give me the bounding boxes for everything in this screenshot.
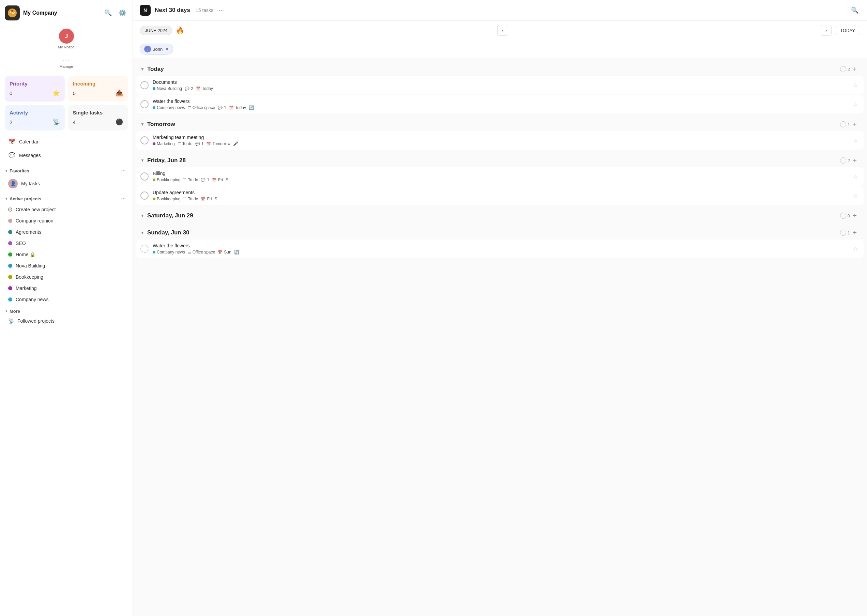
task-checkbox[interactable] (140, 192, 149, 200)
day-count: 2 (840, 66, 850, 72)
more-chevron[interactable]: ▾ (5, 309, 8, 313)
task-comments-tag: 💬 1 (195, 141, 204, 146)
task-star-button[interactable]: ☆ (851, 192, 859, 200)
activity-card[interactable]: Activity 2 📡 (5, 105, 65, 130)
task-name: Update agreements (153, 190, 847, 195)
task-star-button[interactable]: ☆ (851, 81, 859, 89)
project-label: Company news (16, 297, 49, 302)
priority-card-title: Priority (9, 81, 60, 86)
project-label: SEO (16, 240, 26, 246)
section-icon: ☰ (183, 197, 186, 201)
project-dot (8, 297, 12, 302)
month-chip[interactable]: JUNE 2024 (140, 26, 172, 35)
header-more-icon[interactable]: ··· (219, 7, 224, 14)
project-dot (8, 241, 12, 245)
task-section-name: Office space (192, 105, 215, 110)
my-nozbe-section[interactable]: J My Nozbe (0, 26, 132, 52)
task-checkbox[interactable] (140, 136, 149, 145)
sidebar-item-home[interactable]: Home 🔒 (3, 249, 130, 260)
day-add-button[interactable]: + (850, 156, 859, 165)
task-star-button[interactable]: ☆ (851, 245, 859, 253)
single-tasks-count: 4 (73, 119, 76, 125)
today-button[interactable]: TODAY (835, 26, 860, 35)
task-checkbox[interactable] (140, 100, 149, 108)
prev-arrow[interactable]: ‹ (497, 25, 508, 36)
create-project-label: Create new project (16, 207, 56, 212)
task-item-update-agreements[interactable]: Update agreements Bookkeeping ☰ To-do 📅 … (136, 186, 864, 205)
sidebar-item-calendar[interactable]: 📅 Calendar (3, 135, 130, 148)
active-projects-more-button[interactable]: ··· (120, 195, 127, 203)
filter-remove-icon[interactable]: ✕ (165, 47, 169, 52)
sidebar-header: My Company 🔍 ⚙️ (0, 0, 132, 26)
followed-projects-item[interactable]: 📡 Followed projects (3, 316, 130, 327)
user-filter-chip[interactable]: J John ✕ (140, 44, 173, 55)
calendar-icon: 📅 (218, 250, 223, 255)
project-label: Marketing (16, 286, 36, 291)
task-star-button[interactable]: ☆ (851, 136, 859, 145)
sidebar-item-marketing[interactable]: Marketing (3, 283, 130, 294)
sidebar-item-company-news[interactable]: Company news (3, 294, 130, 305)
sidebar-item-nova-building[interactable]: Nova Building (3, 260, 130, 271)
task-item-documents[interactable]: Documents Nova Building 💬 2 📅 Today ☆ (136, 76, 864, 94)
task-content: Documents Nova Building 💬 2 📅 Today (153, 79, 847, 91)
priority-card[interactable]: Priority 0 ⭐ (5, 76, 65, 102)
task-date: Sun (224, 250, 231, 255)
day-header-today[interactable]: ▼ Today 2 + (136, 61, 864, 75)
project-dot (8, 275, 12, 279)
day-count: 1 (840, 121, 850, 127)
day-add-button[interactable]: + (850, 228, 859, 237)
day-chevron: ▼ (140, 213, 145, 218)
assignee-icon: 🎤 (233, 141, 238, 146)
day-add-button[interactable]: + (850, 64, 859, 74)
task-star-button[interactable]: ☆ (851, 173, 859, 181)
project-color-dot (153, 198, 156, 200)
sidebar-item-messages[interactable]: 💬 Messages (3, 149, 130, 162)
task-recurring-tag: 🔄 (249, 105, 254, 110)
day-header-sunday-jun-30[interactable]: ▼ Sunday, Jun 30 1 + (136, 225, 864, 239)
task-section-tag: ☰ Office space (188, 105, 215, 110)
incoming-card[interactable]: Incoming 0 📥 (68, 76, 128, 102)
task-item-billing[interactable]: Billing Bookkeeping ☰ To-do 💬 1 📅 Fri S … (136, 167, 864, 186)
manage-button[interactable]: ··· Manage (56, 53, 77, 72)
manage-icon: ··· (62, 57, 70, 64)
search-button[interactable]: 🔍 (102, 8, 113, 19)
create-project-item[interactable]: + Create new project (3, 204, 130, 215)
header-search-button[interactable]: 🔍 (849, 5, 860, 16)
task-item-water-flowers-sun[interactable]: Water the flowers Company news ☰ Office … (136, 239, 864, 258)
next-arrow[interactable]: › (821, 25, 832, 36)
create-project-icon: + (8, 207, 12, 212)
task-list: ▼ Today 2 + Documents Nova Building 💬 2 … (133, 58, 867, 616)
day-add-button[interactable]: + (850, 211, 859, 220)
calendar-icon: 📅 (206, 142, 211, 146)
day-title: Today (147, 66, 837, 72)
priority-count: 0 (9, 90, 12, 96)
my-tasks-item[interactable]: 👤 My tasks (3, 176, 130, 191)
task-item-marketing-meeting[interactable]: Marketing team meeting Marketing ☰ To-do… (136, 131, 864, 149)
task-checkbox[interactable] (140, 81, 149, 89)
assignee-icon: S (214, 196, 217, 201)
day-header-friday-jun-28[interactable]: ▼ Friday, Jun 28 2 + (136, 152, 864, 167)
task-item-water-flowers-today[interactable]: Water the flowers Company news ☰ Office … (136, 95, 864, 113)
sidebar-item-seo[interactable]: SEO (3, 238, 130, 249)
task-assignee-tag: 🎤 (233, 141, 238, 146)
task-checkbox[interactable] (140, 173, 149, 181)
day-header-saturday-jun-29[interactable]: ▼ Saturday, Jun 29 0 + (136, 207, 864, 222)
day-chevron: ▼ (140, 158, 145, 163)
sidebar-item-company-reunion[interactable]: Company reunion (3, 215, 130, 226)
sidebar-item-agreements[interactable]: Agreements (3, 226, 130, 237)
sidebar-item-bookkeeping[interactable]: Bookkeeping (3, 272, 130, 283)
task-checkbox[interactable] (140, 245, 149, 253)
day-add-button[interactable]: + (850, 119, 859, 129)
day-header-tomorrow[interactable]: ▼ Tomorrow 1 + (136, 116, 864, 130)
single-tasks-card[interactable]: Single tasks 4 ⚫ (68, 105, 128, 130)
count-circle (840, 212, 846, 219)
task-star-button[interactable]: ☆ (851, 100, 859, 108)
messages-label: Messages (19, 152, 41, 158)
incoming-icon: 📥 (115, 89, 123, 97)
project-label: Home 🔒 (16, 252, 35, 257)
active-projects-chevron[interactable]: ▾ (5, 196, 8, 201)
favorites-chevron[interactable]: ▾ (5, 169, 8, 173)
day-title: Saturday, Jun 29 (147, 212, 837, 219)
settings-button[interactable]: ⚙️ (117, 8, 128, 19)
favorites-more-button[interactable]: ··· (120, 167, 127, 174)
